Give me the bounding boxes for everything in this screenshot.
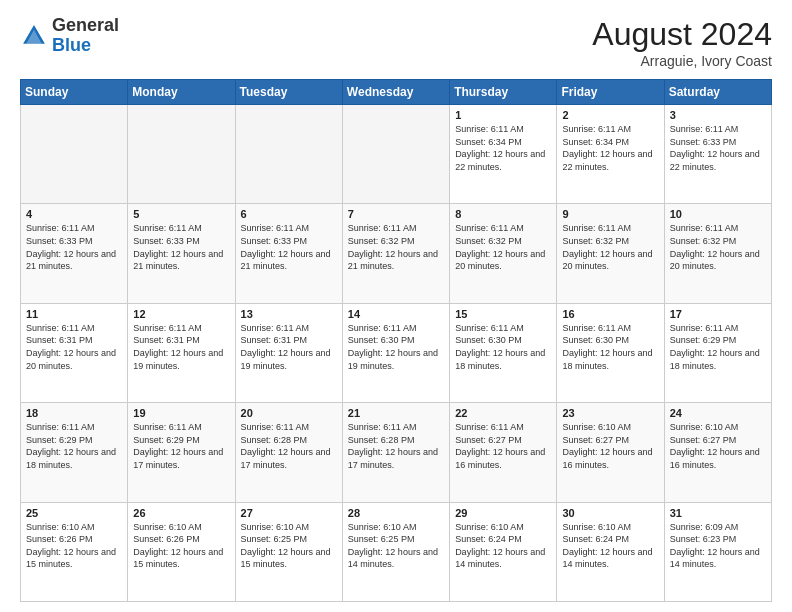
- calendar-header-tuesday: Tuesday: [235, 80, 342, 105]
- calendar-cell-empty: [342, 105, 449, 204]
- day-number: 11: [26, 308, 122, 320]
- header: General Blue August 2024 Arraguie, Ivory…: [20, 16, 772, 69]
- calendar-header-sunday: Sunday: [21, 80, 128, 105]
- calendar-cell-6: 6Sunrise: 6:11 AMSunset: 6:33 PMDaylight…: [235, 204, 342, 303]
- calendar-cell-7: 7Sunrise: 6:11 AMSunset: 6:32 PMDaylight…: [342, 204, 449, 303]
- day-number: 26: [133, 507, 229, 519]
- day-number: 17: [670, 308, 766, 320]
- day-number: 13: [241, 308, 337, 320]
- calendar-cell-empty: [128, 105, 235, 204]
- calendar-header-thursday: Thursday: [450, 80, 557, 105]
- page: General Blue August 2024 Arraguie, Ivory…: [0, 0, 792, 612]
- day-number: 1: [455, 109, 551, 121]
- calendar-header-wednesday: Wednesday: [342, 80, 449, 105]
- calendar-cell-1: 1Sunrise: 6:11 AMSunset: 6:34 PMDaylight…: [450, 105, 557, 204]
- day-number: 24: [670, 407, 766, 419]
- logo-text: General Blue: [52, 16, 119, 56]
- day-info: Sunrise: 6:10 AMSunset: 6:27 PMDaylight:…: [670, 421, 766, 471]
- calendar-cell-5: 5Sunrise: 6:11 AMSunset: 6:33 PMDaylight…: [128, 204, 235, 303]
- day-info: Sunrise: 6:11 AMSunset: 6:34 PMDaylight:…: [562, 123, 658, 173]
- day-info: Sunrise: 6:09 AMSunset: 6:23 PMDaylight:…: [670, 521, 766, 571]
- day-info: Sunrise: 6:11 AMSunset: 6:30 PMDaylight:…: [348, 322, 444, 372]
- day-info: Sunrise: 6:11 AMSunset: 6:29 PMDaylight:…: [670, 322, 766, 372]
- calendar-cell-26: 26Sunrise: 6:10 AMSunset: 6:26 PMDayligh…: [128, 502, 235, 601]
- calendar-cell-19: 19Sunrise: 6:11 AMSunset: 6:29 PMDayligh…: [128, 403, 235, 502]
- calendar-cell-17: 17Sunrise: 6:11 AMSunset: 6:29 PMDayligh…: [664, 303, 771, 402]
- day-number: 19: [133, 407, 229, 419]
- logo-icon: [20, 22, 48, 50]
- day-number: 16: [562, 308, 658, 320]
- day-number: 3: [670, 109, 766, 121]
- calendar-week-4: 25Sunrise: 6:10 AMSunset: 6:26 PMDayligh…: [21, 502, 772, 601]
- day-number: 6: [241, 208, 337, 220]
- day-info: Sunrise: 6:11 AMSunset: 6:33 PMDaylight:…: [26, 222, 122, 272]
- day-info: Sunrise: 6:11 AMSunset: 6:33 PMDaylight:…: [133, 222, 229, 272]
- day-info: Sunrise: 6:11 AMSunset: 6:28 PMDaylight:…: [241, 421, 337, 471]
- calendar-cell-3: 3Sunrise: 6:11 AMSunset: 6:33 PMDaylight…: [664, 105, 771, 204]
- day-info: Sunrise: 6:11 AMSunset: 6:31 PMDaylight:…: [241, 322, 337, 372]
- day-info: Sunrise: 6:11 AMSunset: 6:28 PMDaylight:…: [348, 421, 444, 471]
- day-info: Sunrise: 6:10 AMSunset: 6:27 PMDaylight:…: [562, 421, 658, 471]
- day-number: 15: [455, 308, 551, 320]
- day-number: 23: [562, 407, 658, 419]
- day-number: 21: [348, 407, 444, 419]
- calendar-week-1: 4Sunrise: 6:11 AMSunset: 6:33 PMDaylight…: [21, 204, 772, 303]
- main-title: August 2024: [592, 16, 772, 53]
- calendar-cell-16: 16Sunrise: 6:11 AMSunset: 6:30 PMDayligh…: [557, 303, 664, 402]
- logo: General Blue: [20, 16, 119, 56]
- calendar-cell-13: 13Sunrise: 6:11 AMSunset: 6:31 PMDayligh…: [235, 303, 342, 402]
- day-info: Sunrise: 6:11 AMSunset: 6:32 PMDaylight:…: [670, 222, 766, 272]
- day-number: 4: [26, 208, 122, 220]
- day-info: Sunrise: 6:11 AMSunset: 6:33 PMDaylight:…: [670, 123, 766, 173]
- day-info: Sunrise: 6:11 AMSunset: 6:32 PMDaylight:…: [348, 222, 444, 272]
- calendar-week-3: 18Sunrise: 6:11 AMSunset: 6:29 PMDayligh…: [21, 403, 772, 502]
- calendar-cell-23: 23Sunrise: 6:10 AMSunset: 6:27 PMDayligh…: [557, 403, 664, 502]
- day-number: 8: [455, 208, 551, 220]
- day-info: Sunrise: 6:11 AMSunset: 6:30 PMDaylight:…: [562, 322, 658, 372]
- calendar-cell-4: 4Sunrise: 6:11 AMSunset: 6:33 PMDaylight…: [21, 204, 128, 303]
- calendar-cell-12: 12Sunrise: 6:11 AMSunset: 6:31 PMDayligh…: [128, 303, 235, 402]
- calendar-cell-28: 28Sunrise: 6:10 AMSunset: 6:25 PMDayligh…: [342, 502, 449, 601]
- calendar-cell-15: 15Sunrise: 6:11 AMSunset: 6:30 PMDayligh…: [450, 303, 557, 402]
- calendar-header-saturday: Saturday: [664, 80, 771, 105]
- day-number: 10: [670, 208, 766, 220]
- calendar-cell-21: 21Sunrise: 6:11 AMSunset: 6:28 PMDayligh…: [342, 403, 449, 502]
- calendar-table: SundayMondayTuesdayWednesdayThursdayFrid…: [20, 79, 772, 602]
- day-info: Sunrise: 6:11 AMSunset: 6:32 PMDaylight:…: [562, 222, 658, 272]
- day-info: Sunrise: 6:11 AMSunset: 6:32 PMDaylight:…: [455, 222, 551, 272]
- day-info: Sunrise: 6:11 AMSunset: 6:34 PMDaylight:…: [455, 123, 551, 173]
- day-info: Sunrise: 6:11 AMSunset: 6:29 PMDaylight:…: [26, 421, 122, 471]
- calendar-header-friday: Friday: [557, 80, 664, 105]
- calendar-header-monday: Monday: [128, 80, 235, 105]
- day-number: 18: [26, 407, 122, 419]
- day-number: 9: [562, 208, 658, 220]
- calendar-cell-18: 18Sunrise: 6:11 AMSunset: 6:29 PMDayligh…: [21, 403, 128, 502]
- calendar-cell-empty: [21, 105, 128, 204]
- day-number: 22: [455, 407, 551, 419]
- logo-blue: Blue: [52, 35, 91, 55]
- day-number: 12: [133, 308, 229, 320]
- day-number: 20: [241, 407, 337, 419]
- calendar-cell-8: 8Sunrise: 6:11 AMSunset: 6:32 PMDaylight…: [450, 204, 557, 303]
- calendar-header-row: SundayMondayTuesdayWednesdayThursdayFrid…: [21, 80, 772, 105]
- calendar-cell-24: 24Sunrise: 6:10 AMSunset: 6:27 PMDayligh…: [664, 403, 771, 502]
- day-number: 5: [133, 208, 229, 220]
- day-info: Sunrise: 6:11 AMSunset: 6:31 PMDaylight:…: [133, 322, 229, 372]
- day-info: Sunrise: 6:11 AMSunset: 6:29 PMDaylight:…: [133, 421, 229, 471]
- day-info: Sunrise: 6:10 AMSunset: 6:26 PMDaylight:…: [133, 521, 229, 571]
- day-info: Sunrise: 6:11 AMSunset: 6:33 PMDaylight:…: [241, 222, 337, 272]
- day-number: 2: [562, 109, 658, 121]
- day-info: Sunrise: 6:10 AMSunset: 6:24 PMDaylight:…: [455, 521, 551, 571]
- day-number: 30: [562, 507, 658, 519]
- subtitle: Arraguie, Ivory Coast: [592, 53, 772, 69]
- day-info: Sunrise: 6:11 AMSunset: 6:31 PMDaylight:…: [26, 322, 122, 372]
- day-info: Sunrise: 6:10 AMSunset: 6:25 PMDaylight:…: [348, 521, 444, 571]
- day-info: Sunrise: 6:10 AMSunset: 6:24 PMDaylight:…: [562, 521, 658, 571]
- calendar-week-2: 11Sunrise: 6:11 AMSunset: 6:31 PMDayligh…: [21, 303, 772, 402]
- calendar-cell-22: 22Sunrise: 6:11 AMSunset: 6:27 PMDayligh…: [450, 403, 557, 502]
- calendar-cell-20: 20Sunrise: 6:11 AMSunset: 6:28 PMDayligh…: [235, 403, 342, 502]
- calendar-cell-9: 9Sunrise: 6:11 AMSunset: 6:32 PMDaylight…: [557, 204, 664, 303]
- calendar-cell-31: 31Sunrise: 6:09 AMSunset: 6:23 PMDayligh…: [664, 502, 771, 601]
- day-info: Sunrise: 6:10 AMSunset: 6:26 PMDaylight:…: [26, 521, 122, 571]
- calendar-cell-25: 25Sunrise: 6:10 AMSunset: 6:26 PMDayligh…: [21, 502, 128, 601]
